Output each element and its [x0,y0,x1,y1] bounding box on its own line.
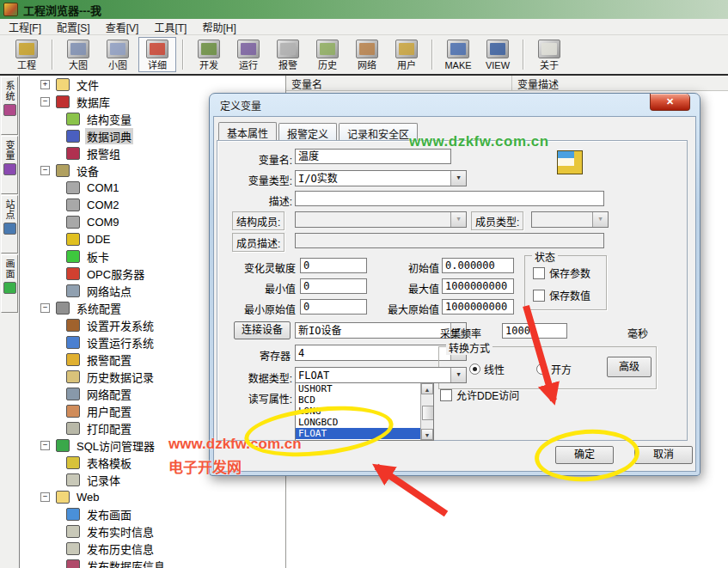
chevron-down-icon[interactable]: ▼ [450,171,466,186]
menu-item-config[interactable]: 配置[S] [57,20,90,34]
menu-item-view[interactable]: 查看[V] [106,20,139,34]
member-desc-input [295,233,604,248]
alarm-icon [277,40,299,58]
variable-type-combo[interactable]: I/O实数▼ [295,170,467,186]
user-button[interactable]: 用户 [388,37,425,72]
tree-item-label: 打印配置 [85,420,133,437]
struct-member-combo: ▼ [295,211,467,228]
listbox-option-longbcd[interactable]: LONGBCD [296,417,420,428]
column-variable-desc[interactable]: 变量描述 [512,76,728,90]
toolbar-separator [182,40,184,70]
ok-button[interactable]: 确定 [555,446,614,464]
collapse-icon[interactable]: − [40,492,50,502]
details-button[interactable]: 详细 [138,37,176,72]
tree-item-publish-screen[interactable]: 发布画面 [20,505,286,522]
radio-icon[interactable] [536,363,548,375]
checkbox-icon[interactable] [533,267,545,279]
chevron-down-icon[interactable]: ▼ [450,368,466,382]
menu-item-project[interactable]: 工程[F] [9,20,41,34]
description-input[interactable] [295,191,604,206]
column-variable-name[interactable]: 变量名 [286,76,512,90]
dialog-tab-记录和安全区[interactable]: 记录和安全区 [339,123,418,141]
view-icon [486,40,509,58]
tree-item-label: 系统配置 [75,300,123,316]
datatype-combo[interactable]: FLOAT▼ [295,367,467,383]
network-button[interactable]: 网络 [348,37,386,72]
collapse-icon[interactable]: − [40,97,50,107]
project-button[interactable]: 工程 [8,37,46,72]
min-value-input[interactable]: 0 [300,278,367,294]
tree-item-label: 网络配置 [85,386,133,402]
max-value-input[interactable]: 1000000000 [442,278,514,294]
listbox-scrollbar[interactable]: ▲ ▼ [420,383,433,440]
save-values-checkbox[interactable]: 保存数值 [533,288,590,302]
tree-item-publish-database[interactable]: 发布数据库信息 [20,557,286,568]
print-config-icon [66,422,80,435]
tree-item-web[interactable]: −Web [20,488,286,505]
variable-name-input[interactable]: 温度 [295,149,451,164]
connect-device-button[interactable]: 连接设备 [234,321,291,339]
dialog-tab-基本属性[interactable]: 基本属性 [218,122,277,140]
checkbox-icon[interactable] [533,290,545,302]
scrollbar-thumb[interactable] [422,406,434,420]
alarm-button[interactable]: 报警 [269,37,307,72]
checkbox-icon[interactable] [440,389,452,401]
chevron-down-icon: ▼ [450,212,466,227]
alarm-config-icon [66,353,80,366]
tree-item-publish-history[interactable]: 发布历史信息 [20,540,286,557]
window-title: 工程浏览器---我 [23,2,101,18]
develop-button[interactable]: 开发 [190,37,228,72]
listbox-option-bcd[interactable]: BCD [296,394,420,406]
dialog-tab-报警定义[interactable]: 报警定义 [278,123,337,141]
tree-item-publish-realtime[interactable]: 发布实时信息 [20,522,286,540]
side-tab-stations[interactable]: 站点 [1,195,18,253]
register-label: 寄存器 [236,348,291,363]
make-icon [447,40,469,58]
large-icons-button[interactable]: 大图 [59,37,97,72]
collapse-icon[interactable]: − [40,166,50,175]
advanced-button[interactable]: 高级 [607,357,652,377]
tree-item-file[interactable]: +文件 [20,76,286,93]
variable-type-label: 变量类型: [227,173,292,187]
scroll-up-icon[interactable]: ▲ [421,383,433,394]
view-button[interactable]: VIEW [479,37,517,72]
make-button[interactable]: MAKE [439,37,477,72]
side-tab-screens[interactable]: 画面 [1,254,18,313]
listbox-option-long[interactable]: LONG [296,406,420,417]
variable-browse-icon[interactable] [557,150,583,174]
radio-icon[interactable] [469,363,480,375]
listbox-option-float[interactable]: FLOAT [296,428,420,439]
record-body-icon [66,473,80,486]
raw-max-input[interactable]: 1000000000 [442,299,514,315]
run-button[interactable]: 运行 [229,37,267,72]
close-icon[interactable]: ✕ [650,94,690,111]
screens-icon [3,282,16,294]
menu-item-tools[interactable]: 工具[T] [154,20,187,34]
side-tab-variables[interactable]: 变量 [1,136,18,194]
collapse-icon[interactable]: − [40,441,50,450]
toolbar-button-label: 历史 [318,60,337,70]
sensitivity-label: 变化灵敏度 [223,260,296,275]
sensitivity-input[interactable]: 0 [300,258,367,273]
listbox-option-ushort[interactable]: USHORT [296,383,420,394]
expand-icon[interactable]: + [40,80,50,89]
side-tab-system[interactable]: 系统 [1,76,18,135]
sqrt-radio[interactable]: 开方 [536,362,572,376]
dde-icon [66,233,80,246]
scroll-down-icon[interactable]: ▼ [421,429,433,440]
collect-freq-input[interactable]: 1000 [502,323,567,339]
about-button[interactable]: 关于 [530,37,568,72]
raw-min-input[interactable]: 0 [300,299,367,315]
run-icon [237,40,260,58]
initial-value-input[interactable]: 0.000000 [442,258,514,273]
allow-dde-checkbox[interactable]: 允许DDE访问 [440,388,519,402]
linear-radio[interactable]: 线性 [469,362,505,376]
toolbar-button-label: 网络 [358,60,376,70]
small-icons-button[interactable]: 小图 [99,37,137,72]
save-params-checkbox[interactable]: 保存参数 [533,266,590,280]
collapse-icon[interactable]: − [40,303,50,313]
datatype-listbox[interactable]: ▲ ▼ USHORTBCDLONGLONGBCDFLOAT [295,382,434,441]
history-button[interactable]: 历史 [309,37,346,72]
menu-item-help[interactable]: 帮助[H] [202,20,236,34]
cancel-button[interactable]: 取消 [634,446,693,464]
